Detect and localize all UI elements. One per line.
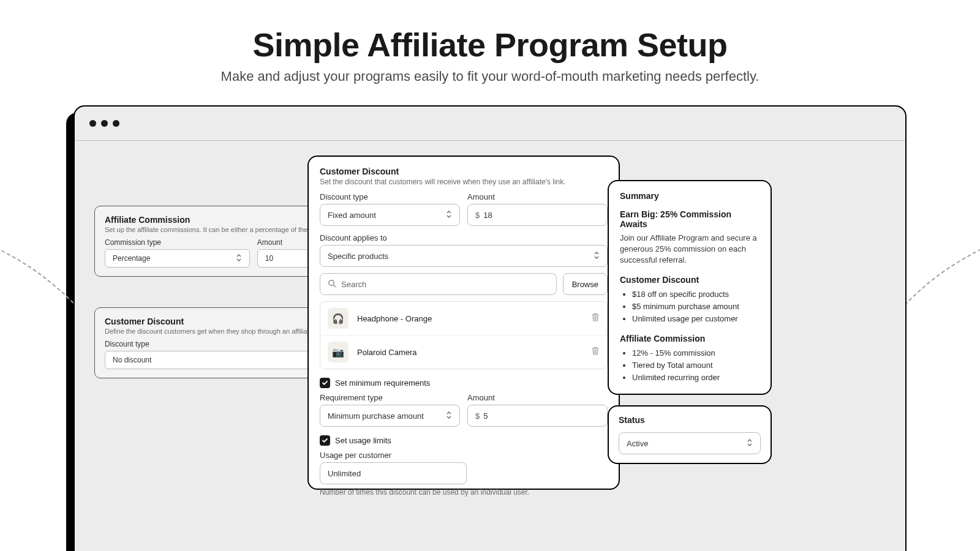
summary-item: 12% - 15% commission [632,347,760,359]
usage-limits-label: Set usage limits [335,436,391,445]
summary-title: Summary [620,191,760,201]
requirement-amount-label: Amount [467,393,608,402]
summary-discount-title: Customer Discount [620,275,760,285]
usage-per-customer-input[interactable]: Unlimited [320,462,467,484]
commission-type-label: Commission type [105,238,250,247]
card-title: Customer Discount [320,167,608,176]
summary-item: Unlimited recurring order [632,372,760,384]
search-icon [328,279,336,290]
product-thumb: 📷 [328,342,349,362]
summary-paragraph: Join our Affiliate Program and secure a … [620,233,760,266]
discount-amount-input[interactable]: $ 18 [467,204,608,226]
amount-label: Amount [467,192,608,201]
chevron-updown-icon [236,253,243,263]
status-select[interactable]: Active [619,432,761,454]
summary-discount-list: $18 off on specific products $5 minimum … [632,288,760,325]
card-subtitle: Set the discount that customers will rec… [320,178,608,186]
hero: Simple Affiliate Program Setup Make and … [0,0,980,84]
product-name: Headphone - Orange [357,314,582,323]
browse-button[interactable]: Browse [563,273,608,295]
status-card: Status Active [608,405,772,464]
min-requirements-label: Set minimum requirements [335,378,430,388]
summary-item: Tiered by Total amount [632,359,760,372]
chevron-updown-icon [446,210,453,220]
product-search-input[interactable]: Search [320,273,557,295]
status-title: Status [619,415,761,425]
svg-line-1 [334,285,336,287]
requirement-amount-input[interactable]: $ 5 [467,405,608,427]
usage-limits-checkbox[interactable] [320,435,330,446]
requirement-type-label: Requirement type [320,393,460,402]
chevron-updown-icon [747,438,754,448]
discount-type-select[interactable]: Fixed amount [320,204,460,226]
window-dot [89,120,96,127]
product-row: 📷 Polaroid Camera [320,335,607,369]
window-dot [113,120,119,127]
chevron-updown-icon [594,251,601,261]
browser-titlebar [75,107,905,141]
product-thumb: 🎧 [328,308,349,329]
applies-to-label: Discount applies to [320,233,608,242]
product-row: 🎧 Headphone - Orange [320,302,607,335]
product-name: Polaroid Camera [357,348,582,357]
summary-card: Summary Earn Big: 25% Commission Awaits … [608,180,772,395]
chevron-updown-icon [446,411,453,421]
requirement-type-select[interactable]: Minimum purchase amount [320,405,460,427]
summary-commission-title: Affiliate Commission [620,334,760,343]
svg-point-0 [329,280,334,285]
discount-type-label: Discount type [320,192,460,201]
page-title: Simple Affiliate Program Setup [0,26,980,64]
product-list: 🎧 Headphone - Orange 📷 Polaroid Camera [320,301,608,369]
summary-headline: Earn Big: 25% Commission Awaits [620,209,760,229]
currency-prefix: $ [475,411,480,421]
commission-type-select[interactable]: Percentage [105,249,250,268]
delete-icon[interactable] [591,347,600,358]
applies-to-select[interactable]: Specific products [320,245,608,267]
page-subtitle: Make and adjust your programs easily to … [0,69,980,84]
window-dot [101,120,108,127]
min-requirements-checkbox[interactable] [320,378,330,388]
delete-icon[interactable] [591,313,600,324]
summary-item: $5 minimum purchase amount [632,301,760,313]
usage-per-customer-label: Usage per customer [320,451,608,460]
summary-commission-list: 12% - 15% commission Tiered by Total amo… [632,347,760,384]
summary-item: $18 off on specific products [632,288,760,301]
currency-prefix: $ [475,211,480,220]
customer-discount-card: Customer Discount Set the discount that … [307,156,620,490]
usage-note: Number of times this discount can be use… [320,488,608,497]
summary-item: Unlimited usage per customer [632,313,760,325]
